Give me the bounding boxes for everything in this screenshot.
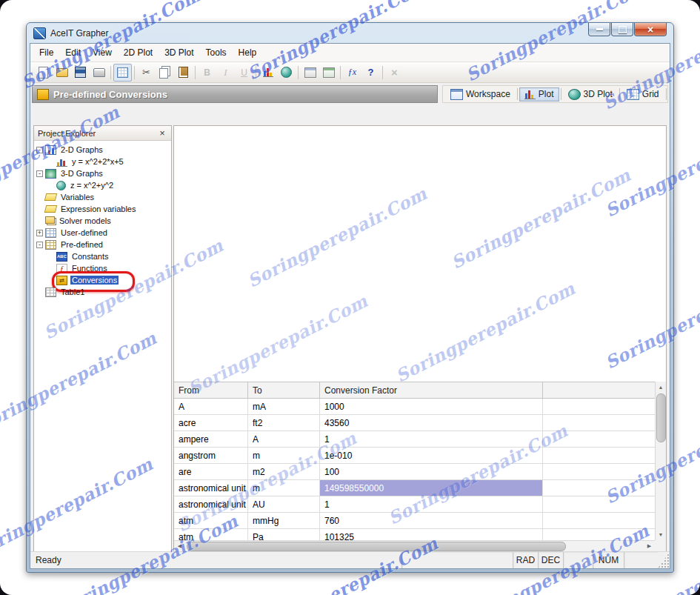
table-cell[interactable]: 43560 (320, 415, 543, 431)
delete-button[interactable] (385, 64, 404, 82)
table-cell-blank[interactable] (543, 480, 655, 496)
column-header-from[interactable]: From (174, 382, 248, 398)
table-cell[interactable]: ft2 (248, 415, 320, 431)
copy-button[interactable] (156, 64, 174, 82)
minimize-button[interactable] (588, 23, 610, 36)
bar-chart-button[interactable] (259, 64, 277, 82)
table-cell[interactable]: AU (248, 496, 320, 512)
table-cell[interactable]: astronomical unit (174, 496, 248, 512)
table-cell-blank[interactable] (543, 513, 655, 528)
table-cell[interactable]: 100 (320, 464, 543, 479)
table-cell-blank[interactable] (543, 529, 655, 540)
table-cell[interactable]: 101325 (320, 529, 543, 540)
menu-item-help[interactable]: Help (233, 45, 263, 60)
table-cell[interactable]: ampere (174, 431, 248, 447)
tree-item-table1[interactable]: Table1 (34, 286, 171, 298)
tree-item-functions[interactable]: Functions (34, 262, 171, 274)
open-folder-button[interactable] (53, 64, 71, 82)
menu-item-2d-plot[interactable]: 2D Plot (118, 45, 159, 60)
view-button-grid[interactable]: Grid (621, 87, 664, 102)
table-cell-blank[interactable] (543, 399, 655, 414)
table-cell-blank[interactable] (543, 431, 655, 447)
table-cell[interactable]: m (248, 448, 320, 463)
save-button[interactable] (71, 64, 90, 82)
scroll-left-icon[interactable]: ◀ (174, 541, 185, 552)
menu-item-file[interactable]: File (33, 45, 59, 60)
view-button-plot[interactable]: Plot (519, 87, 559, 102)
table-cell[interactable]: 760 (320, 513, 543, 528)
table-cell-blank[interactable] (543, 415, 655, 431)
tree-collapse-icon[interactable]: - (36, 147, 43, 153)
menu-item-edit[interactable]: Edit (59, 45, 87, 60)
tree-item-user-defined[interactable]: +User-defined (34, 227, 171, 239)
tree-item-constants[interactable]: Constants (34, 250, 171, 262)
table-cell[interactable]: A (248, 431, 320, 447)
table-cell[interactable]: m2 (248, 464, 320, 479)
view-button-all[interactable]: All (668, 87, 670, 102)
table-cell[interactable]: acre (174, 415, 248, 431)
globe-chart-button[interactable] (277, 64, 296, 82)
menu-item-tools[interactable]: Tools (200, 45, 233, 60)
table-cell-blank[interactable] (543, 464, 655, 479)
scroll-right-icon[interactable]: ▶ (644, 541, 655, 552)
table-cell[interactable]: angstrom (174, 448, 248, 463)
table-cell[interactable]: 1e-010 (320, 448, 543, 463)
datasheet-button[interactable] (113, 64, 132, 82)
view-button-3d-plot[interactable]: 3D Plot (563, 87, 618, 102)
table-cell[interactable]: A (174, 399, 248, 414)
table-cell[interactable]: mmHg (248, 513, 320, 528)
horizontal-scrollbar[interactable]: ◀ ▶ (174, 540, 655, 551)
tree-item-pre-defined[interactable]: -Pre-defined (34, 239, 171, 250)
function-fx-button[interactable] (343, 64, 361, 82)
vertical-scroll-thumb[interactable] (656, 393, 666, 442)
plot-frame-button[interactable] (301, 64, 319, 82)
titlebar[interactable]: AceIT Grapher × (27, 23, 673, 43)
menu-item-3d-plot[interactable]: 3D Plot (159, 45, 199, 60)
tree-item-expression-variables[interactable]: Expression variables (34, 203, 171, 215)
tree-item-y-x-2-2-x-5[interactable]: y = x^2+2*x+5 (34, 156, 171, 167)
table-cell-blank[interactable] (543, 496, 655, 512)
tree-item-solver-models[interactable]: Solver models (34, 215, 171, 227)
column-header-conversion-factor[interactable]: Conversion Factor (320, 382, 543, 398)
table-cell[interactable]: m (248, 480, 320, 496)
tree-item-variables[interactable]: Variables (34, 191, 171, 203)
panel-close-icon[interactable]: × (157, 128, 167, 138)
tree-item-3-d-graphs[interactable]: -3-D Graphs (34, 167, 171, 179)
table-cell[interactable]: are (174, 464, 248, 479)
help-button[interactable] (361, 64, 380, 82)
table-cell-blank[interactable] (543, 448, 655, 463)
tree-item-2-d-graphs[interactable]: -2-D Graphs (34, 144, 171, 156)
table-cell[interactable]: 1 (320, 431, 543, 447)
horizontal-scroll-thumb[interactable] (187, 542, 566, 551)
table-cell[interactable]: atm (174, 513, 248, 528)
tree-collapse-icon[interactable]: - (36, 242, 43, 248)
table-cell[interactable]: 1 (320, 496, 543, 512)
scroll-up-icon[interactable]: ▲ (656, 382, 667, 393)
cut-button[interactable] (137, 64, 156, 82)
table-cell[interactable]: Pa (248, 529, 320, 540)
table-cell[interactable]: astronomical unit (174, 480, 248, 496)
vertical-scrollbar[interactable]: ▲ ▼ (655, 382, 666, 540)
paste-button[interactable] (174, 64, 193, 82)
table-cell[interactable]: 149598550000 (320, 480, 543, 496)
table-cell[interactable]: 1000 (320, 399, 543, 414)
table-cell[interactable]: mA (248, 399, 320, 414)
tree-collapse-icon[interactable]: - (36, 170, 43, 177)
print-button[interactable] (90, 64, 108, 82)
scroll-down-icon[interactable]: ▼ (656, 529, 667, 540)
resize-grip[interactable] (658, 552, 670, 568)
underline-button[interactable] (235, 64, 253, 82)
new-document-button[interactable] (34, 64, 53, 82)
plot-export-button[interactable] (319, 64, 338, 82)
maximize-button[interactable] (611, 23, 633, 36)
italic-button[interactable] (216, 64, 235, 82)
bold-button[interactable] (198, 64, 216, 82)
close-button[interactable]: × (634, 23, 667, 36)
tree-item-conversions[interactable]: Conversions (34, 274, 171, 286)
column-header-to[interactable]: To (248, 382, 320, 398)
tree-expand-icon[interactable]: + (36, 230, 43, 236)
tree-item-z-x-2-y-2[interactable]: z = x^2+y^2 (34, 179, 171, 191)
menu-item-view[interactable]: View (87, 45, 118, 60)
view-button-workspace[interactable]: Workspace (445, 87, 516, 102)
table-cell[interactable]: atm (174, 529, 248, 540)
